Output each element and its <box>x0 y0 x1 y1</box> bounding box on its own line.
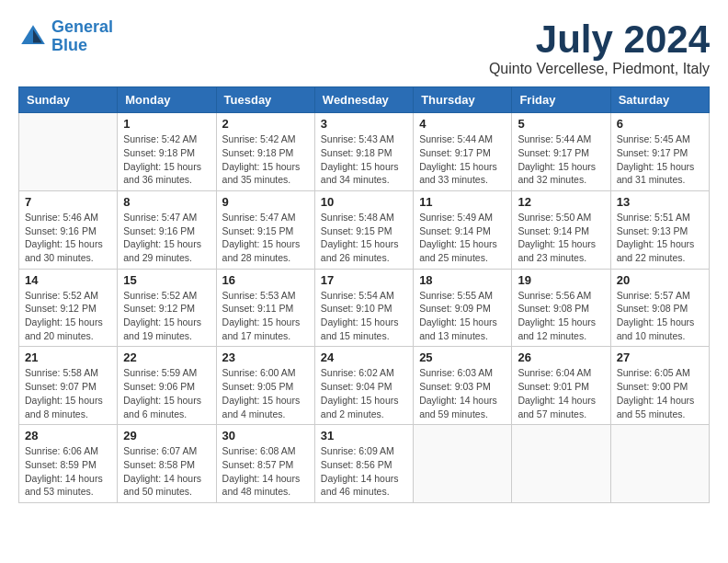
column-header-wednesday: Wednesday <box>314 87 413 113</box>
calendar-cell: 11Sunrise: 5:49 AM Sunset: 9:14 PM Dayli… <box>414 190 512 269</box>
calendar-cell: 1Sunrise: 5:42 AM Sunset: 9:18 PM Daylig… <box>118 113 216 191</box>
day-info: Sunrise: 5:47 AM Sunset: 9:15 PM Dayligh… <box>222 211 309 265</box>
calendar-cell: 22Sunrise: 5:59 AM Sunset: 9:06 PM Dayli… <box>118 347 216 425</box>
logo: General Blue <box>18 18 113 55</box>
logo-text: General Blue <box>51 18 113 55</box>
calendar-week-row: 1Sunrise: 5:42 AM Sunset: 9:18 PM Daylig… <box>19 113 710 191</box>
calendar-cell: 26Sunrise: 6:04 AM Sunset: 9:01 PM Dayli… <box>512 347 610 425</box>
day-number: 17 <box>321 273 407 287</box>
svg-marker-1 <box>33 29 42 42</box>
day-number: 23 <box>222 350 309 364</box>
day-info: Sunrise: 5:45 AM Sunset: 9:17 PM Dayligh… <box>617 132 703 187</box>
day-number: 14 <box>25 273 111 287</box>
calendar-cell: 13Sunrise: 5:51 AM Sunset: 9:13 PM Dayli… <box>610 190 709 269</box>
calendar-week-row: 28Sunrise: 6:06 AM Sunset: 8:59 PM Dayli… <box>19 425 710 503</box>
calendar-cell: 18Sunrise: 5:55 AM Sunset: 9:09 PM Dayli… <box>414 269 512 347</box>
calendar-cell: 2Sunrise: 5:42 AM Sunset: 9:18 PM Daylig… <box>216 113 314 191</box>
calendar-cell <box>414 425 512 503</box>
calendar-cell: 10Sunrise: 5:48 AM Sunset: 9:15 PM Dayli… <box>314 190 413 269</box>
calendar-cell: 20Sunrise: 5:57 AM Sunset: 9:08 PM Dayli… <box>610 269 709 347</box>
day-number: 7 <box>25 195 111 209</box>
calendar-cell <box>610 425 709 503</box>
location-title: Quinto Vercellese, Piedmont, Italy <box>489 61 710 77</box>
day-info: Sunrise: 5:48 AM Sunset: 9:15 PM Dayligh… <box>321 211 407 265</box>
calendar-cell: 31Sunrise: 6:09 AM Sunset: 8:56 PM Dayli… <box>314 425 413 503</box>
logo-icon <box>18 22 48 52</box>
day-number: 11 <box>419 195 506 209</box>
column-header-saturday: Saturday <box>610 87 709 113</box>
calendar-cell: 28Sunrise: 6:06 AM Sunset: 8:59 PM Dayli… <box>19 425 118 503</box>
month-title: July 2024 <box>489 18 710 61</box>
day-info: Sunrise: 5:59 AM Sunset: 9:06 PM Dayligh… <box>123 366 210 420</box>
day-info: Sunrise: 6:03 AM Sunset: 9:03 PM Dayligh… <box>419 366 506 420</box>
day-number: 16 <box>222 273 309 287</box>
day-info: Sunrise: 5:51 AM Sunset: 9:13 PM Dayligh… <box>617 211 703 265</box>
day-info: Sunrise: 6:08 AM Sunset: 8:57 PM Dayligh… <box>222 444 309 499</box>
calendar-cell: 21Sunrise: 5:58 AM Sunset: 9:07 PM Dayli… <box>19 347 118 425</box>
calendar-cell <box>512 425 610 503</box>
calendar-week-row: 21Sunrise: 5:58 AM Sunset: 9:07 PM Dayli… <box>19 347 710 425</box>
calendar-cell: 7Sunrise: 5:46 AM Sunset: 9:16 PM Daylig… <box>19 190 118 269</box>
day-info: Sunrise: 5:47 AM Sunset: 9:16 PM Dayligh… <box>123 211 210 265</box>
calendar-week-row: 14Sunrise: 5:52 AM Sunset: 9:12 PM Dayli… <box>19 269 710 347</box>
day-number: 9 <box>222 195 309 209</box>
day-number: 15 <box>123 273 210 287</box>
day-info: Sunrise: 6:00 AM Sunset: 9:05 PM Dayligh… <box>222 366 309 420</box>
day-number: 13 <box>617 195 703 209</box>
day-info: Sunrise: 5:44 AM Sunset: 9:17 PM Dayligh… <box>518 132 604 187</box>
calendar-cell: 29Sunrise: 6:07 AM Sunset: 8:58 PM Dayli… <box>118 425 216 503</box>
title-area: July 2024 Quinto Vercellese, Piedmont, I… <box>489 18 710 77</box>
day-info: Sunrise: 5:49 AM Sunset: 9:14 PM Dayligh… <box>419 211 506 265</box>
day-info: Sunrise: 5:56 AM Sunset: 9:08 PM Dayligh… <box>518 289 604 343</box>
day-number: 24 <box>321 350 407 364</box>
day-info: Sunrise: 5:42 AM Sunset: 9:18 PM Dayligh… <box>222 132 309 187</box>
day-number: 10 <box>321 195 407 209</box>
calendar-cell: 15Sunrise: 5:52 AM Sunset: 9:12 PM Dayli… <box>118 269 216 347</box>
day-number: 22 <box>123 350 210 364</box>
day-number: 31 <box>321 429 407 442</box>
day-info: Sunrise: 5:57 AM Sunset: 9:08 PM Dayligh… <box>617 289 703 343</box>
calendar-cell: 14Sunrise: 5:52 AM Sunset: 9:12 PM Dayli… <box>19 269 118 347</box>
day-number: 4 <box>419 117 506 131</box>
calendar-cell <box>19 113 118 191</box>
calendar-cell: 5Sunrise: 5:44 AM Sunset: 9:17 PM Daylig… <box>512 113 610 191</box>
day-info: Sunrise: 6:02 AM Sunset: 9:04 PM Dayligh… <box>321 366 407 420</box>
calendar-cell: 19Sunrise: 5:56 AM Sunset: 9:08 PM Dayli… <box>512 269 610 347</box>
day-number: 25 <box>419 350 506 364</box>
day-info: Sunrise: 5:52 AM Sunset: 9:12 PM Dayligh… <box>25 289 111 343</box>
day-number: 3 <box>321 117 407 131</box>
day-info: Sunrise: 6:09 AM Sunset: 8:56 PM Dayligh… <box>321 444 407 499</box>
calendar-cell: 30Sunrise: 6:08 AM Sunset: 8:57 PM Dayli… <box>216 425 314 503</box>
day-number: 19 <box>518 273 604 287</box>
calendar-table: SundayMondayTuesdayWednesdayThursdayFrid… <box>18 86 710 503</box>
calendar-cell: 24Sunrise: 6:02 AM Sunset: 9:04 PM Dayli… <box>314 347 413 425</box>
day-info: Sunrise: 5:55 AM Sunset: 9:09 PM Dayligh… <box>419 289 506 343</box>
day-info: Sunrise: 6:05 AM Sunset: 9:00 PM Dayligh… <box>617 366 703 420</box>
day-info: Sunrise: 5:46 AM Sunset: 9:16 PM Dayligh… <box>25 211 111 265</box>
column-header-thursday: Thursday <box>414 87 512 113</box>
calendar-cell: 25Sunrise: 6:03 AM Sunset: 9:03 PM Dayli… <box>414 347 512 425</box>
column-header-sunday: Sunday <box>19 87 118 113</box>
day-info: Sunrise: 5:54 AM Sunset: 9:10 PM Dayligh… <box>321 289 407 343</box>
day-number: 21 <box>25 350 111 364</box>
day-number: 18 <box>419 273 506 287</box>
day-info: Sunrise: 6:04 AM Sunset: 9:01 PM Dayligh… <box>518 366 604 420</box>
day-info: Sunrise: 6:06 AM Sunset: 8:59 PM Dayligh… <box>25 444 111 499</box>
calendar-cell: 3Sunrise: 5:43 AM Sunset: 9:18 PM Daylig… <box>314 113 413 191</box>
column-header-tuesday: Tuesday <box>216 87 314 113</box>
column-header-friday: Friday <box>512 87 610 113</box>
day-info: Sunrise: 5:43 AM Sunset: 9:18 PM Dayligh… <box>321 132 407 187</box>
calendar-cell: 6Sunrise: 5:45 AM Sunset: 9:17 PM Daylig… <box>610 113 709 191</box>
calendar-cell: 27Sunrise: 6:05 AM Sunset: 9:00 PM Dayli… <box>610 347 709 425</box>
day-info: Sunrise: 5:50 AM Sunset: 9:14 PM Dayligh… <box>518 211 604 265</box>
calendar-cell: 17Sunrise: 5:54 AM Sunset: 9:10 PM Dayli… <box>314 269 413 347</box>
logo-line1: General <box>51 17 113 36</box>
day-info: Sunrise: 5:58 AM Sunset: 9:07 PM Dayligh… <box>25 366 111 420</box>
day-info: Sunrise: 6:07 AM Sunset: 8:58 PM Dayligh… <box>123 444 210 499</box>
calendar-cell: 12Sunrise: 5:50 AM Sunset: 9:14 PM Dayli… <box>512 190 610 269</box>
day-number: 12 <box>518 195 604 209</box>
calendar-cell: 16Sunrise: 5:53 AM Sunset: 9:11 PM Dayli… <box>216 269 314 347</box>
day-number: 1 <box>123 117 210 131</box>
calendar-cell: 23Sunrise: 6:00 AM Sunset: 9:05 PM Dayli… <box>216 347 314 425</box>
day-info: Sunrise: 5:42 AM Sunset: 9:18 PM Dayligh… <box>123 132 210 187</box>
